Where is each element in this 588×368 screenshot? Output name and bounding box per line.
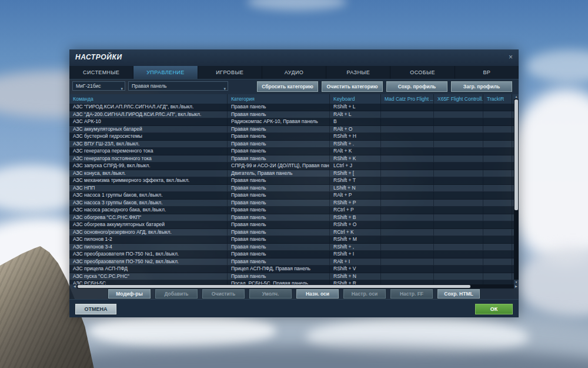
table-row[interactable]: АЗС "ГИРОД.КСИ.АП.РЛС.СИГНАЛ.АГД", вкл./… xyxy=(69,104,514,111)
tab-audio[interactable]: АУДИО xyxy=(262,66,326,79)
keyboard-cell: LShift + N xyxy=(330,185,381,192)
x65f-cell xyxy=(434,148,483,155)
tab-special[interactable]: ОСОБЫЕ xyxy=(390,66,455,79)
table-row[interactable]: АЗС конуса, вкл./выкл. Двигатель, Правая… xyxy=(69,170,514,178)
assign-axis-button[interactable]: Назн. оси xyxy=(296,289,339,299)
load-profile-button[interactable]: Загр. профиль xyxy=(451,81,512,92)
modifiers-button[interactable]: Модиф-ры xyxy=(108,289,151,299)
table-row[interactable]: АЗС бустерной гидросистемы Правая панель… xyxy=(69,133,514,141)
category-cell: Правая панель xyxy=(228,229,330,236)
table-row[interactable]: АЗС обогрева аккумуляторных батарей Прав… xyxy=(69,221,514,229)
table-row[interactable]: АЗС пуска "СС.РС.РНС" Правая панель RShi… xyxy=(69,273,514,281)
category-cell: Правая панель xyxy=(228,214,330,221)
table-row[interactable]: АЗС ВПУ ГШ-23Л, вкл./выкл. Правая панель… xyxy=(69,141,514,148)
vertical-scrollbar-thumb[interactable] xyxy=(514,100,518,210)
keyboard-cell: RAlt + O xyxy=(330,126,381,133)
table-row[interactable]: АЗС пилонов 3-4 Правая панель RShift + , xyxy=(69,244,514,251)
trackir-cell xyxy=(483,229,512,236)
title-bar: НАСТРОЙКИ × xyxy=(69,49,519,66)
table-row[interactable]: АЗС обогрева "СС.РНС.ФКП" Правая панель … xyxy=(69,214,514,222)
command-cell: АЗС НПП xyxy=(69,185,228,192)
clear-button[interactable]: Очистить xyxy=(202,289,245,299)
category-select[interactable]: Правая панель ▾ xyxy=(128,81,228,91)
table-row[interactable]: АЗС генератора переменного тока Правая п… xyxy=(69,148,514,155)
keyboard-cell: RShift + N xyxy=(330,273,381,280)
arrow-right-icon[interactable]: ▶ xyxy=(514,284,519,289)
tab-bar: СИСТЕМНЫЕ УПРАВЛЕНИЕ ИГРОВЫЕ АУДИО РАЗНЫ… xyxy=(69,66,519,79)
save-profile-button[interactable]: Сохр. профиль xyxy=(386,81,447,92)
aircraft-select[interactable]: МиГ-21бис ▾ xyxy=(72,81,125,91)
table-row[interactable]: АЗС генератора постоянного тока Правая п… xyxy=(69,155,514,163)
category-cell: Правая панель xyxy=(228,185,330,192)
settings-dialog: НАСТРОЙКИ × СИСТЕМНЫЕ УПРАВЛЕНИЕ ИГРОВЫЕ… xyxy=(69,49,519,317)
arrow-up-icon[interactable]: ▲ xyxy=(514,94,519,99)
cancel-button[interactable]: ОТМЕНА xyxy=(75,304,116,314)
table-row[interactable]: АЗС запуска СПРД-99, вкл./выкл. СПРД-99 … xyxy=(69,163,514,170)
table-row[interactable]: АЗС прицела АСП-ПФД Прицел АСП-ПФД, Прав… xyxy=(69,266,514,273)
table-row[interactable]: АЗС "ДА-200.СИГНАЛ.ГИРОД.КСИ.РЛС.АП", вк… xyxy=(69,111,514,119)
default-button[interactable]: Умолч. xyxy=(249,289,292,299)
column-header[interactable]: Mad Catz Pro Flight ... xyxy=(381,94,434,104)
tune-axis-button[interactable]: Настр. оси xyxy=(343,289,386,299)
column-header[interactable]: Команда xyxy=(69,94,228,104)
clear-category-button[interactable]: Очистить категорию xyxy=(322,81,383,92)
tab-gameplay[interactable]: ИГРОВЫЕ xyxy=(198,66,262,79)
table-row[interactable]: АЗС механизма триммерного эффекта, вкл./… xyxy=(69,177,514,185)
trackir-cell xyxy=(483,221,512,228)
reset-category-button[interactable]: Сбросить категорию xyxy=(257,81,318,92)
x65f-cell xyxy=(434,104,483,111)
vertical-scrollbar[interactable]: ▲ ▼ xyxy=(514,94,519,284)
command-cell: АЗС прицела АСП-ПФД xyxy=(69,266,228,273)
table-row[interactable]: АЗС насоса расходного бака, вкл./выкл. П… xyxy=(69,207,514,214)
add-button[interactable]: Добавить xyxy=(155,289,198,299)
tab-vr[interactable]: ВР xyxy=(455,66,519,79)
table-row[interactable]: АЗС РСБН-5С Посад. РСБН-5С, Правая панел… xyxy=(69,280,514,284)
save-html-button[interactable]: Сохр. HTML xyxy=(437,289,480,299)
tab-misc[interactable]: РАЗНЫЕ xyxy=(326,66,390,79)
table-row[interactable]: АЗС НПП Правая панель LShift + N xyxy=(69,185,514,193)
tune-ff-button[interactable]: Настр. FF xyxy=(390,289,433,299)
tab-controls[interactable]: УПРАВЛЕНИЕ xyxy=(133,66,198,79)
horizontal-scrollbar[interactable]: ◀ ▶ xyxy=(72,284,519,289)
table-row[interactable]: АЗС пилонов 1-2 Правая панель RShift + M xyxy=(69,236,514,244)
column-header[interactable]: X65F Flight Controll... xyxy=(434,94,483,104)
command-cell: АЗС ВПУ ГШ-23Л, вкл./выкл. xyxy=(69,141,228,148)
table-row[interactable]: АЗС насоса 3 группы баков, вкл./выкл. Пр… xyxy=(69,200,514,207)
table-row[interactable]: АЗС преобразователя ПО-750 №1, вкл./выкл… xyxy=(69,251,514,258)
trackir-cell xyxy=(483,177,512,184)
x65f-cell xyxy=(434,214,483,221)
close-icon[interactable]: × xyxy=(509,53,513,61)
x65f-cell xyxy=(434,244,483,251)
command-cell: АЗС пилонов 1-2 xyxy=(69,236,228,243)
madcatz-cell xyxy=(381,236,434,243)
arrow-down-icon[interactable]: ▼ xyxy=(514,280,519,284)
command-cell: АЗС преобразователя ПО-750 №2, вкл./выкл… xyxy=(69,258,228,266)
horizontal-scrollbar-thumb[interactable] xyxy=(78,285,470,288)
arrow-left-icon[interactable]: ◀ xyxy=(72,284,77,289)
tab-system[interactable]: СИСТЕМНЫЕ xyxy=(69,66,133,79)
table-row[interactable]: АЗС аккумуляторных батарей Правая панель… xyxy=(69,126,514,134)
command-cell: АЗС "ГИРОД.КСИ.АП.РЛС.СИГНАЛ.АГД", вкл./… xyxy=(69,104,228,111)
x65f-cell xyxy=(434,221,483,228)
keyboard-cell: RAlt + P xyxy=(330,192,381,199)
madcatz-cell xyxy=(381,118,434,125)
column-header[interactable]: Keyboard xyxy=(330,94,381,104)
madcatz-cell xyxy=(381,177,434,184)
keyboard-cell: RAlt + K xyxy=(330,148,381,155)
column-header[interactable]: TrackIR xyxy=(483,94,512,104)
table-row[interactable]: АЗС насоса 1 группы баков, вкл./выкл. Пр… xyxy=(69,192,514,200)
action-buttons: Модиф-ры Добавить Очистить Умолч. Назн. … xyxy=(108,289,480,299)
table-row[interactable]: АЗС преобразователя ПО-750 №2, вкл./выкл… xyxy=(69,258,514,266)
madcatz-cell xyxy=(381,192,434,199)
keyboard-cell: RShift + B xyxy=(330,214,381,221)
table-header: Команда Категория Keyboard Mad Catz Pro … xyxy=(69,94,514,104)
table-row[interactable]: АЗС АРК-10 Радиокомпас АРК-10, Правая па… xyxy=(69,118,514,126)
column-header[interactable]: Категория xyxy=(228,94,330,104)
ok-button[interactable]: ОК xyxy=(475,304,513,314)
command-cell: АЗС аккумуляторных батарей xyxy=(69,126,228,133)
table-row[interactable]: АЗС основного/резервного АГД, вкл./выкл.… xyxy=(69,229,514,237)
category-cell: Радиокомпас АРК-10, Правая панель xyxy=(228,118,330,125)
keyboard-cell: RShift + L xyxy=(330,104,381,111)
keyboard-cell: RCtrl + P xyxy=(330,207,381,214)
command-cell: АЗС пилонов 3-4 xyxy=(69,244,228,251)
